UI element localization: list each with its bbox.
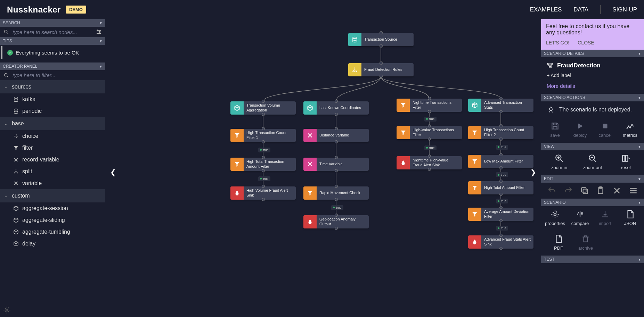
- port-in[interactable]: [499, 153, 503, 156]
- link-signup[interactable]: SIGN-UP: [612, 6, 637, 13]
- actions-header[interactable]: SCENARIO ACTIONS▼: [541, 94, 644, 101]
- port-out[interactable]: [335, 227, 338, 230]
- cancel-button[interactable]: cancel: [594, 122, 616, 138]
- zoom-in-button[interactable]: zoom-in: [548, 154, 570, 170]
- port-in[interactable]: [428, 155, 431, 158]
- port-out[interactable]: [335, 113, 338, 116]
- port-in[interactable]: [335, 214, 338, 217]
- tree-item-aggregate-sliding[interactable]: aggregate-sliding: [0, 214, 105, 226]
- test-header[interactable]: TEST▼: [541, 256, 644, 263]
- port-out[interactable]: [499, 110, 503, 113]
- paste-button[interactable]: [596, 186, 605, 195]
- zoom-out-button[interactable]: zoom-out: [581, 154, 604, 170]
- layout-button[interactable]: [629, 186, 638, 195]
- delete-button[interactable]: [612, 186, 621, 195]
- tree-item-periodic[interactable]: periodic: [0, 105, 105, 117]
- view-header[interactable]: VIEW▼: [541, 143, 644, 150]
- JSON-button[interactable]: JSON: [619, 210, 641, 226]
- port-out[interactable]: [499, 137, 503, 141]
- settings-gear-icon[interactable]: [3, 306, 11, 314]
- redo-button[interactable]: [564, 186, 573, 195]
- port-out[interactable]: [262, 198, 265, 201]
- port-out[interactable]: [262, 169, 265, 172]
- port-out[interactable]: [428, 168, 431, 171]
- undo-button[interactable]: [547, 186, 556, 195]
- port-out[interactable]: [499, 193, 503, 196]
- link-data[interactable]: DATA: [573, 6, 588, 13]
- port-out[interactable]: [499, 247, 503, 250]
- flow-canvas[interactable]: ❮ ❯ Transaction SourceFraud Detection Ru…: [105, 19, 541, 317]
- port-out[interactable]: [380, 44, 383, 48]
- port-in[interactable]: [428, 97, 431, 100]
- more-details-link[interactable]: More details: [547, 83, 638, 89]
- edit-header[interactable]: EDIT▼: [541, 175, 644, 183]
- port-out[interactable]: [262, 140, 265, 143]
- canvas-prev[interactable]: ❮: [110, 168, 116, 176]
- tree-cat-base[interactable]: ⌄base: [0, 117, 105, 130]
- port-in[interactable]: [335, 100, 338, 103]
- port-in[interactable]: [428, 124, 431, 127]
- chevron-down-icon: ▼: [638, 96, 641, 100]
- reset-button[interactable]: reset: [615, 154, 637, 170]
- port-in[interactable]: [499, 234, 503, 237]
- search-input[interactable]: [13, 29, 92, 35]
- tree-item-delay[interactable]: delay: [0, 238, 105, 250]
- filter-settings-icon[interactable]: [96, 29, 102, 35]
- tree-item-split[interactable]: split: [0, 166, 105, 177]
- archive-button[interactable]: archive: [574, 234, 597, 251]
- copy-button[interactable]: [580, 186, 589, 195]
- compare-button[interactable]: compare: [569, 210, 591, 226]
- port-out[interactable]: [335, 140, 338, 143]
- creator-panel-header[interactable]: CREATOR PANEL▼: [0, 62, 105, 70]
- port-out[interactable]: [335, 169, 338, 172]
- close-notice-button[interactable]: CLOSE: [578, 40, 594, 45]
- search-panel-header[interactable]: SEARCH▼: [0, 19, 105, 27]
- PDF-button[interactable]: PDF: [547, 234, 570, 251]
- scenario-header[interactable]: SCENARIO▼: [541, 199, 644, 206]
- port-out[interactable]: [499, 166, 503, 169]
- port-in[interactable]: [262, 127, 265, 130]
- port-in[interactable]: [499, 206, 503, 209]
- port-in[interactable]: [499, 97, 503, 100]
- port-out[interactable]: [499, 219, 503, 222]
- port-in[interactable]: [262, 100, 265, 103]
- port-in[interactable]: [499, 124, 503, 127]
- port-in[interactable]: [499, 180, 503, 183]
- port-out[interactable]: [335, 198, 338, 201]
- port-in[interactable]: [335, 127, 338, 130]
- port-out[interactable]: [428, 110, 431, 113]
- port-out[interactable]: [262, 113, 265, 116]
- port-in[interactable]: [380, 31, 383, 34]
- tree-item-filter[interactable]: filter: [0, 142, 105, 154]
- port-in[interactable]: [335, 185, 338, 188]
- tree-item-aggregate-tumbling[interactable]: aggregate-tumbling: [0, 226, 105, 238]
- tree-item-aggregate-session[interactable]: aggregate-session: [0, 202, 105, 214]
- save-button[interactable]: save: [544, 122, 566, 138]
- canvas-next[interactable]: ❯: [530, 168, 536, 176]
- tree-item-kafka[interactable]: kafka: [0, 93, 105, 105]
- search-title: SEARCH: [3, 20, 20, 25]
- tree-item-choice[interactable]: choice: [0, 130, 105, 142]
- filter-input[interactable]: [13, 72, 102, 78]
- notice-message: Feel free to contact us if you have any …: [546, 23, 639, 36]
- details-header[interactable]: SCENARIO DETAILS▼: [541, 50, 644, 57]
- properties-button[interactable]: properties: [544, 210, 566, 226]
- metrics-button[interactable]: metrics: [619, 122, 641, 138]
- tree-item-record-variable[interactable]: record-variable: [0, 154, 105, 166]
- port-in[interactable]: [335, 156, 338, 159]
- port-out[interactable]: [428, 137, 431, 141]
- tips-panel-header[interactable]: TIPS▼: [0, 37, 105, 45]
- link-examples[interactable]: EXAMPLES: [530, 6, 562, 13]
- port-out[interactable]: [380, 75, 383, 78]
- tree-cat-sources[interactable]: ⌄sources: [0, 80, 105, 93]
- port-in[interactable]: [380, 61, 383, 65]
- tree-item-variable[interactable]: variable: [0, 177, 105, 189]
- port-in[interactable]: [262, 156, 265, 159]
- chevron-down-icon: ▼: [638, 145, 641, 149]
- import-button[interactable]: import: [594, 210, 616, 226]
- add-label-button[interactable]: + Add label: [547, 73, 638, 78]
- tree-cat-custom[interactable]: ⌄custom: [0, 189, 105, 202]
- lets-go-button[interactable]: LET'S GO!: [546, 40, 569, 45]
- deploy-button[interactable]: deploy: [569, 122, 591, 138]
- port-in[interactable]: [262, 185, 265, 188]
